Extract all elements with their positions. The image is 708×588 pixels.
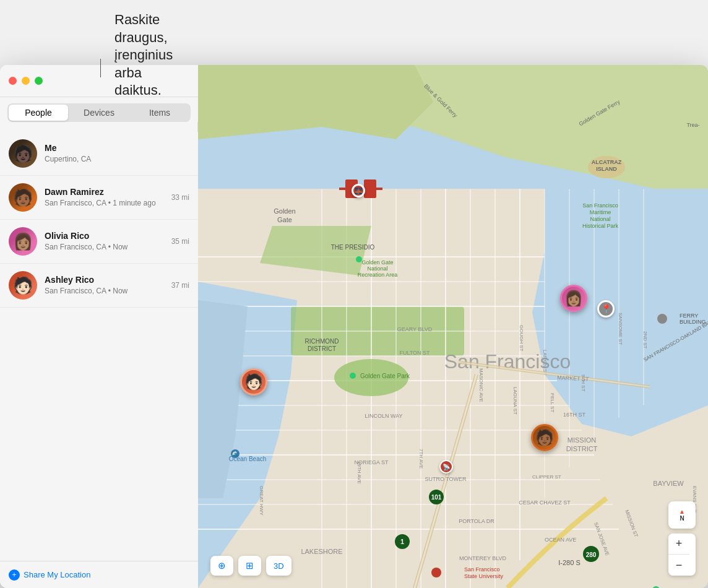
person-distance-dawn: 33 mi (171, 193, 189, 202)
person-info-me: Me Cupertino, CA (45, 143, 189, 165)
person-name-ashley: Ashley Rico (45, 275, 189, 285)
svg-text:LINCOLN WAY: LINCOLN WAY (365, 413, 402, 419)
svg-text:LAKESHORE: LAKESHORE (301, 548, 342, 555)
main-window: People Devices Items 🧑🏿 Me Cupertino, CA (0, 65, 708, 588)
svg-text:San Francisco: San Francisco (582, 202, 618, 209)
svg-text:BAYVIEW: BAYVIEW (653, 480, 684, 487)
tabs: People Devices Items (7, 103, 191, 122)
svg-text:16TH ST: 16TH ST (563, 412, 586, 418)
map-svg: Golden Gate THE PRESIDIO RICHMOND DISTRI… (198, 65, 708, 588)
svg-point-86 (657, 314, 667, 324)
svg-text:Golden Gate: Golden Gate (361, 259, 393, 266)
tooltip-line (100, 59, 101, 77)
list-item-olivia[interactable]: 👩🏽 Olivia Rico San Francisco, CA • Now 3… (0, 220, 198, 264)
svg-text:GREAT HWY: GREAT HWY (259, 486, 264, 516)
person-name-dawn: Dawn Ramirez (45, 187, 189, 197)
tab-items[interactable]: Items (130, 105, 189, 121)
person-distance-ashley: 37 mi (171, 281, 189, 290)
svg-text:ISLAND: ISLAND (596, 166, 617, 172)
person-info-dawn: Dawn Ramirez San Francisco, CA • 1 minut… (45, 187, 189, 209)
svg-text:National: National (367, 266, 387, 272)
people-list: 🧑🏿 Me Cupertino, CA 🧑🏾 Dawn Ramirez San … (0, 132, 198, 561)
person-location-ashley: San Francisco, CA • Now (45, 286, 189, 296)
person-distance-olivia: 35 mi (171, 237, 189, 246)
svg-text:Historical Park: Historical Park (582, 223, 619, 229)
svg-text:GOUGH ST: GOUGH ST (519, 325, 524, 352)
compass-north: ▲ (679, 508, 685, 515)
svg-text:DISTRICT: DISTRICT (566, 445, 598, 452)
map-controls: ▲ N + − (668, 501, 696, 576)
location-icon: ⊕ (218, 560, 226, 571)
svg-text:Golden: Golden (274, 207, 295, 215)
svg-text:1: 1 (400, 538, 404, 545)
tab-people[interactable]: People (9, 105, 68, 121)
location-button[interactable]: ⊕ (210, 556, 233, 576)
svg-text:State University: State University (464, 573, 504, 579)
map-type-button[interactable]: ⊞ (238, 556, 261, 576)
map-area[interactable]: Golden Gate THE PRESIDIO RICHMOND DISTRI… (198, 65, 708, 588)
avatar-ashley: 🧑🏻 (9, 271, 37, 300)
map-toolbar: ⊕ ⊞ 3D (210, 556, 291, 576)
svg-text:SANSOME ST: SANSOME ST (618, 313, 623, 345)
svg-point-56 (356, 256, 362, 262)
zoom-out-icon: − (676, 559, 683, 572)
zoom-out-button[interactable]: − (668, 555, 689, 576)
svg-text:I-280 S: I-280 S (558, 559, 580, 566)
share-location-label: Share My Location (24, 570, 90, 579)
svg-text:CLIPPER ST: CLIPPER ST (532, 474, 561, 480)
svg-point-79 (431, 568, 441, 577)
avatar-dawn: 🧑🏾 (9, 183, 37, 212)
map-type-icon: ⊞ (246, 560, 254, 571)
3d-button[interactable]: 3D (266, 556, 291, 576)
svg-text:7TH AVE: 7TH AVE (418, 449, 424, 469)
svg-text:CESAR CHAVEZ ST: CESAR CHAVEZ ST (519, 499, 571, 506)
svg-text:Maritime: Maritime (590, 209, 611, 215)
svg-text:BUILDING: BUILDING (680, 319, 706, 325)
svg-text:Gate: Gate (277, 216, 292, 223)
person-info-ashley: Ashley Rico San Francisco, CA • Now (45, 275, 189, 296)
avatar-emoji-olivia: 👩🏽 (13, 232, 33, 251)
svg-text:FERRY: FERRY (680, 313, 698, 319)
svg-text:Golden Gate Park: Golden Gate Park (360, 373, 410, 379)
list-item-me[interactable]: 🧑🏿 Me Cupertino, CA (0, 132, 198, 176)
svg-text:LAGUNA ST: LAGUNA ST (512, 387, 518, 415)
zoom-controls: + − (668, 534, 696, 576)
svg-text:MONTEREY BLVD: MONTEREY BLVD (459, 555, 507, 561)
map-pin-olivia[interactable]: 👩🏽 (560, 285, 587, 312)
compass-rose[interactable]: ▲ N (668, 501, 696, 529)
svg-text:GEARY BLVD: GEARY BLVD (397, 326, 433, 332)
3d-label: 3D (274, 561, 284, 571)
share-location[interactable]: ＋ Share My Location (0, 561, 198, 588)
map-pin-bridge: 🌉 (352, 184, 365, 197)
svg-text:🌊: 🌊 (232, 451, 238, 457)
tabs-container: People Devices Items (0, 97, 198, 122)
svg-text:SUTRO TOWER: SUTRO TOWER (425, 476, 467, 482)
svg-text:PORTOLA DR: PORTOLA DR (459, 518, 494, 524)
person-name-me: Me (45, 143, 189, 153)
tooltip-text: Raskite draugus,įrenginius arba daiktus. (12, 6, 186, 100)
svg-text:ALCATRAZ: ALCATRAZ (592, 159, 622, 165)
svg-text:Trea-: Trea- (686, 122, 699, 128)
svg-text:RICHMOND: RICHMOND (305, 338, 339, 345)
zoom-in-button[interactable]: + (668, 534, 689, 555)
svg-text:THE PRESIDIO: THE PRESIDIO (331, 244, 375, 251)
svg-text:OCEAN AVE: OCEAN AVE (545, 537, 576, 543)
svg-text:National: National (590, 216, 610, 222)
compass-n-label: N (680, 515, 684, 522)
avatar-emoji-dawn: 🧑🏾 (13, 188, 33, 207)
svg-text:Recreation Area: Recreation Area (358, 272, 398, 278)
list-item-dawn[interactable]: 🧑🏾 Dawn Ramirez San Francisco, CA • 1 mi… (0, 176, 198, 220)
tooltip-area: Raskite draugus,įrenginius arba daiktus. (0, 0, 198, 68)
svg-text:101: 101 (431, 494, 442, 501)
map-pin-dawn[interactable]: 🧑🏾 (531, 424, 558, 451)
person-location-olivia: San Francisco, CA • Now (45, 242, 189, 253)
svg-text:19TH AVE: 19TH AVE (356, 461, 362, 484)
person-location-dawn: San Francisco, CA • 1 minute ago (45, 198, 189, 209)
map-pin-ashley[interactable]: 🧑🏻 (240, 368, 267, 396)
svg-text:MISSION: MISSION (568, 436, 597, 444)
share-location-icon: ＋ (9, 569, 20, 581)
list-item-ashley[interactable]: 🧑🏻 Ashley Rico San Francisco, CA • Now 3… (0, 264, 198, 308)
tab-devices[interactable]: Devices (69, 105, 129, 121)
svg-text:FULTON ST: FULTON ST (399, 350, 430, 356)
svg-text:MASONIC AVE: MASONIC AVE (478, 368, 484, 402)
